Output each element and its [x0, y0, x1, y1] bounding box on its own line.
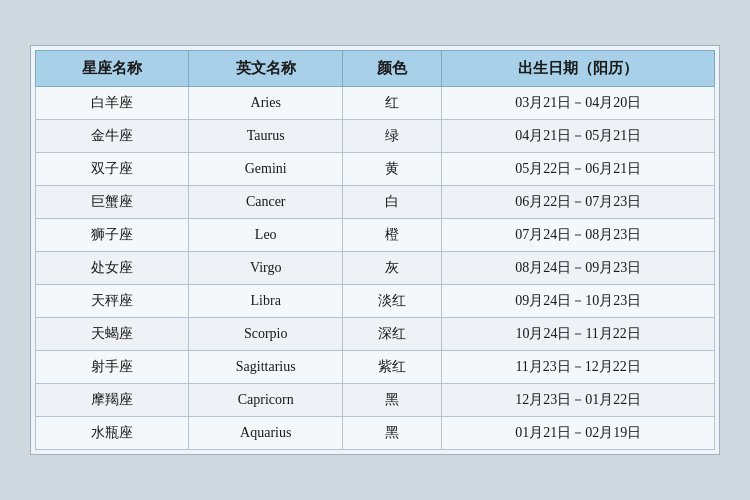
table-cell: 双子座: [36, 153, 189, 186]
table-cell: 05月22日－06月21日: [442, 153, 715, 186]
table-cell: 黑: [342, 417, 441, 450]
table-cell: 03月21日－04月20日: [442, 87, 715, 120]
table-cell: Aries: [189, 87, 342, 120]
table-cell: 巨蟹座: [36, 186, 189, 219]
table-row: 处女座Virgo灰08月24日－09月23日: [36, 252, 715, 285]
table-cell: Scorpio: [189, 318, 342, 351]
table-cell: 06月22日－07月23日: [442, 186, 715, 219]
table-cell: 09月24日－10月23日: [442, 285, 715, 318]
table-cell: 绿: [342, 120, 441, 153]
table-cell: 07月24日－08月23日: [442, 219, 715, 252]
table-cell: 金牛座: [36, 120, 189, 153]
table-row: 摩羯座Capricorn黑12月23日－01月22日: [36, 384, 715, 417]
table-cell: 紫红: [342, 351, 441, 384]
table-cell: 狮子座: [36, 219, 189, 252]
table-cell: 黄: [342, 153, 441, 186]
table-cell: Cancer: [189, 186, 342, 219]
table-cell: 摩羯座: [36, 384, 189, 417]
table-cell: Taurus: [189, 120, 342, 153]
table-cell: Libra: [189, 285, 342, 318]
table-cell: 红: [342, 87, 441, 120]
table-header-cell: 颜色: [342, 51, 441, 87]
table-row: 金牛座Taurus绿04月21日－05月21日: [36, 120, 715, 153]
table-row: 水瓶座Aquarius黑01月21日－02月19日: [36, 417, 715, 450]
table-row: 天蝎座Scorpio深红10月24日－11月22日: [36, 318, 715, 351]
table-cell: 天秤座: [36, 285, 189, 318]
table-cell: 12月23日－01月22日: [442, 384, 715, 417]
table-cell: Sagittarius: [189, 351, 342, 384]
table-cell: 水瓶座: [36, 417, 189, 450]
table-cell: 黑: [342, 384, 441, 417]
table-cell: Aquarius: [189, 417, 342, 450]
table-cell: 淡红: [342, 285, 441, 318]
table-header-cell: 英文名称: [189, 51, 342, 87]
table-cell: 灰: [342, 252, 441, 285]
table-cell: 10月24日－11月22日: [442, 318, 715, 351]
table-cell: 白: [342, 186, 441, 219]
table-cell: 深红: [342, 318, 441, 351]
table-body: 白羊座Aries红03月21日－04月20日金牛座Taurus绿04月21日－0…: [36, 87, 715, 450]
table-row: 白羊座Aries红03月21日－04月20日: [36, 87, 715, 120]
table-row: 巨蟹座Cancer白06月22日－07月23日: [36, 186, 715, 219]
table-header-cell: 出生日期（阳历）: [442, 51, 715, 87]
table-row: 天秤座Libra淡红09月24日－10月23日: [36, 285, 715, 318]
table-cell: 处女座: [36, 252, 189, 285]
table-cell: Leo: [189, 219, 342, 252]
zodiac-table-container: 星座名称英文名称颜色出生日期（阳历） 白羊座Aries红03月21日－04月20…: [30, 45, 720, 455]
table-cell: 11月23日－12月22日: [442, 351, 715, 384]
table-row: 射手座Sagittarius紫红11月23日－12月22日: [36, 351, 715, 384]
table-cell: Virgo: [189, 252, 342, 285]
table-header-cell: 星座名称: [36, 51, 189, 87]
table-cell: 橙: [342, 219, 441, 252]
table-cell: 08月24日－09月23日: [442, 252, 715, 285]
table-cell: 天蝎座: [36, 318, 189, 351]
table-header-row: 星座名称英文名称颜色出生日期（阳历）: [36, 51, 715, 87]
table-row: 双子座Gemini黄05月22日－06月21日: [36, 153, 715, 186]
table-cell: Gemini: [189, 153, 342, 186]
zodiac-table: 星座名称英文名称颜色出生日期（阳历） 白羊座Aries红03月21日－04月20…: [35, 50, 715, 450]
table-cell: 射手座: [36, 351, 189, 384]
table-cell: 白羊座: [36, 87, 189, 120]
table-cell: 01月21日－02月19日: [442, 417, 715, 450]
table-cell: 04月21日－05月21日: [442, 120, 715, 153]
table-row: 狮子座Leo橙07月24日－08月23日: [36, 219, 715, 252]
table-cell: Capricorn: [189, 384, 342, 417]
